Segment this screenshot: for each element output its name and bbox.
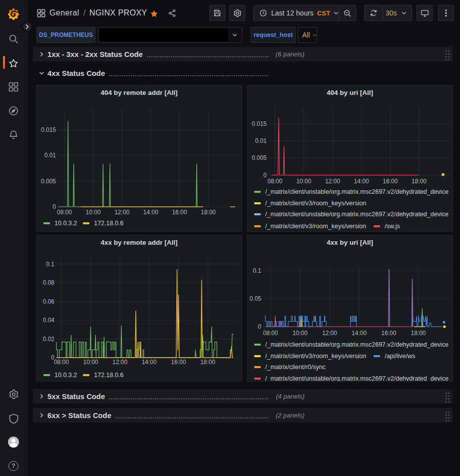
- svg-text:18:00: 18:00: [200, 359, 215, 366]
- svg-text:18:00: 18:00: [411, 330, 426, 337]
- svg-text:0.005: 0.005: [41, 178, 56, 185]
- svg-text:16:00: 16:00: [171, 359, 186, 366]
- svg-text:18:00: 18:00: [201, 209, 216, 216]
- svg-text:10:00: 10:00: [83, 359, 98, 366]
- svg-text:0.01: 0.01: [255, 137, 267, 144]
- svg-text:16:00: 16:00: [383, 178, 398, 185]
- svg-text:14:00: 14:00: [143, 209, 158, 216]
- svg-text:0.01: 0.01: [44, 152, 56, 159]
- svg-text:0.015: 0.015: [252, 120, 267, 127]
- svg-text:0.02: 0.02: [43, 336, 55, 343]
- svg-text:0: 0: [258, 323, 261, 330]
- svg-text:0.08: 0.08: [43, 279, 55, 286]
- svg-text:0.1: 0.1: [253, 267, 261, 274]
- svg-text:16:00: 16:00: [172, 209, 187, 216]
- svg-text:0.015: 0.015: [41, 126, 56, 133]
- svg-text:0.05: 0.05: [250, 295, 262, 302]
- svg-text:10:00: 10:00: [296, 178, 311, 185]
- svg-text:08:00: 08:00: [57, 209, 72, 216]
- svg-text:14:00: 14:00: [352, 330, 367, 337]
- svg-text:08:00: 08:00: [263, 330, 278, 337]
- svg-text:0.005: 0.005: [252, 154, 267, 161]
- svg-text:10:00: 10:00: [293, 330, 308, 337]
- svg-text:08:00: 08:00: [54, 359, 69, 366]
- svg-text:0: 0: [52, 203, 56, 210]
- svg-text:0.06: 0.06: [43, 298, 55, 305]
- svg-text:12:00: 12:00: [114, 209, 129, 216]
- svg-text:14:00: 14:00: [354, 178, 369, 185]
- svg-text:0.1: 0.1: [46, 261, 54, 268]
- svg-text:10:00: 10:00: [86, 209, 101, 216]
- svg-text:08:00: 08:00: [267, 178, 282, 185]
- svg-text:18:00: 18:00: [412, 178, 427, 185]
- svg-text:0.04: 0.04: [43, 317, 55, 324]
- svg-text:12:00: 12:00: [322, 330, 337, 337]
- svg-text:12:00: 12:00: [325, 178, 340, 185]
- svg-text:12:00: 12:00: [112, 359, 127, 366]
- svg-text:0: 0: [263, 172, 267, 179]
- svg-text:16:00: 16:00: [381, 330, 396, 337]
- svg-text:14:00: 14:00: [142, 359, 157, 366]
